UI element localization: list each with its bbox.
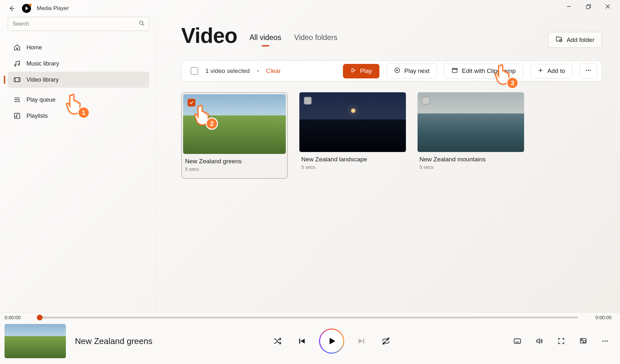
next-button[interactable] <box>355 335 368 348</box>
sidebar-item-queue[interactable]: Play queue <box>8 92 149 108</box>
svg-rect-10 <box>14 78 20 82</box>
previous-button[interactable] <box>295 335 308 348</box>
video-title: New Zealand landscape <box>299 156 406 163</box>
home-icon <box>14 44 21 51</box>
sidebar-item-video[interactable]: Video library <box>8 72 149 88</box>
add-folder-label: Add folder <box>566 36 594 44</box>
now-playing-title: New Zealand greens <box>75 336 152 346</box>
svg-point-41 <box>607 340 608 342</box>
seek-knob[interactable] <box>37 315 43 320</box>
video-icon <box>14 76 21 83</box>
select-all-checkbox[interactable] <box>191 67 198 75</box>
svg-rect-35 <box>514 339 521 343</box>
sidebar-item-label: Home <box>26 44 42 51</box>
selection-bar: 1 video selected • Clear Play Play next … <box>181 61 602 81</box>
svg-rect-33 <box>363 339 364 343</box>
player-more-button[interactable] <box>599 335 612 348</box>
svg-rect-2 <box>586 5 590 9</box>
play-button[interactable]: Play <box>343 64 379 78</box>
sidebar-item-label: Playlists <box>26 113 48 119</box>
play-pause-button[interactable] <box>320 329 343 353</box>
minimize-button[interactable] <box>559 0 579 13</box>
video-card[interactable]: New Zealand mountains 5 secs <box>418 92 524 179</box>
plus-icon <box>538 67 543 75</box>
video-duration: 5 secs <box>183 166 286 172</box>
volume-button[interactable] <box>533 335 546 348</box>
svg-rect-32 <box>299 339 300 343</box>
mini-player-button[interactable] <box>577 335 590 348</box>
svg-point-40 <box>604 340 606 342</box>
svg-line-7 <box>142 24 144 25</box>
now-playing-thumbnail[interactable] <box>5 324 66 358</box>
sidebar-item-label: Video library <box>26 76 59 83</box>
maximize-button[interactable] <box>579 0 598 13</box>
tab-video-folders[interactable]: Video folders <box>294 33 337 45</box>
tab-all-videos[interactable]: All videos <box>250 33 281 45</box>
video-card[interactable]: New Zealand landscape 5 secs <box>299 92 406 179</box>
svg-rect-16 <box>15 113 20 119</box>
edit-clipchamp-button[interactable]: Edit with Clipchamp <box>444 64 523 79</box>
repeat-button[interactable] <box>379 335 392 348</box>
tab-bar: All videos Video folders <box>250 33 337 48</box>
play-next-button[interactable]: Play next <box>387 64 437 79</box>
fullscreen-button[interactable] <box>555 335 568 348</box>
sidebar-item-playlists[interactable]: Playlists <box>8 108 149 124</box>
svg-point-29 <box>586 70 587 71</box>
clapboard-icon <box>451 67 458 75</box>
svg-point-39 <box>603 340 604 342</box>
sidebar-item-label: Music library <box>26 60 59 67</box>
more-actions-button[interactable] <box>580 64 597 79</box>
video-thumbnail[interactable] <box>299 92 406 152</box>
elapsed-time: 0:00:00 <box>5 315 30 320</box>
more-icon <box>585 67 592 75</box>
add-to-button[interactable]: Add to <box>530 64 573 78</box>
video-thumbnail[interactable] <box>418 92 524 152</box>
search-input[interactable] <box>8 17 149 31</box>
page-title: Video <box>181 23 237 48</box>
sidebar: Home Music library Video library Play qu… <box>0 17 155 329</box>
total-time: 0:00:05 <box>586 315 612 320</box>
add-folder-icon <box>555 35 563 44</box>
sidebar-item-label: Play queue <box>26 96 56 103</box>
sidebar-item-music[interactable]: Music library <box>8 56 149 72</box>
video-duration: 5 secs <box>299 164 406 170</box>
close-button[interactable] <box>598 0 617 13</box>
playlist-icon <box>14 112 21 119</box>
select-video-checkbox[interactable] <box>422 97 430 105</box>
sidebar-item-home[interactable]: Home <box>8 39 149 56</box>
svg-point-30 <box>588 70 589 71</box>
video-title: New Zealand mountains <box>418 156 524 163</box>
clear-selection-link[interactable]: Clear <box>266 67 281 75</box>
video-title: New Zealand greens <box>183 158 286 165</box>
music-icon <box>14 60 21 67</box>
svg-line-34 <box>382 338 389 345</box>
selection-count: 1 video selected <box>205 67 250 75</box>
svg-rect-23 <box>452 69 457 72</box>
back-button[interactable] <box>7 4 16 13</box>
svg-point-8 <box>15 65 16 66</box>
video-duration: 5 secs <box>418 164 524 170</box>
video-thumbnail[interactable] <box>183 94 286 154</box>
seek-slider[interactable] <box>38 317 578 318</box>
player-bar: 0:00:00 0:00:05 New Zealand greens <box>0 312 620 364</box>
captions-button[interactable] <box>511 335 524 348</box>
add-folder-button[interactable]: Add folder <box>548 32 602 48</box>
shuffle-button[interactable] <box>271 335 284 348</box>
play-next-icon <box>394 67 400 75</box>
app-icon <box>22 4 31 13</box>
video-card[interactable]: New Zealand greens 5 secs <box>181 92 288 179</box>
svg-point-9 <box>18 64 20 65</box>
queue-icon <box>14 96 21 103</box>
select-video-checkbox[interactable] <box>188 99 195 106</box>
app-title: Media Player <box>37 5 69 12</box>
search-icon <box>139 20 145 27</box>
svg-rect-38 <box>583 341 586 343</box>
svg-point-31 <box>590 70 591 71</box>
select-video-checkbox[interactable] <box>304 97 312 105</box>
play-icon <box>350 67 356 75</box>
